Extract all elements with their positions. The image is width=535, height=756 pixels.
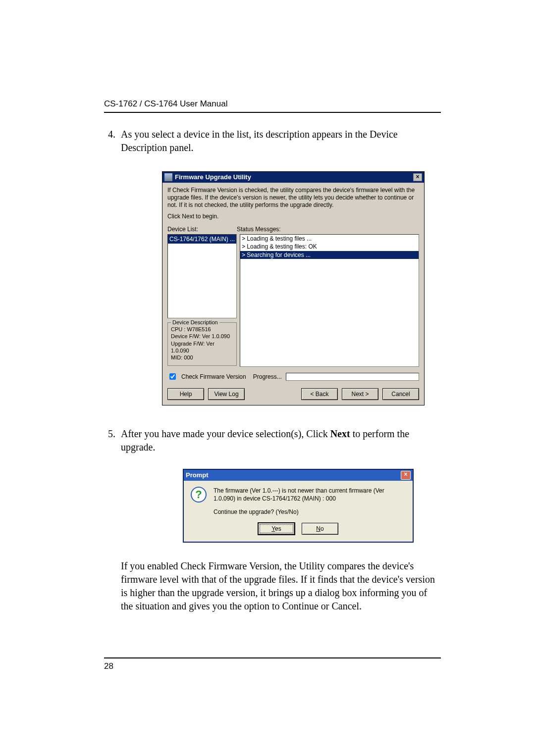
status-line: > Loading & testing files: OK <box>240 243 419 251</box>
device-description-panel: Device Description CPU : W78E516 Device … <box>167 322 237 365</box>
window-title: Firmware Upgrade Utility <box>175 173 413 182</box>
progress-label: Progress... <box>253 373 282 381</box>
step-4-text: As you select a device in the list, its … <box>121 129 398 153</box>
yes-button-rest: es <box>275 525 281 532</box>
controls-row: Check Firmware Version Progress... <box>167 372 419 381</box>
back-button[interactable]: < Back <box>301 388 338 400</box>
window-client: If Check Firmware Version is checked, th… <box>162 183 424 405</box>
prompt-dialog: Prompt × ? The firmware (Ver 1.0.---) is… <box>183 469 414 543</box>
firmware-upgrade-window: Firmware Upgrade Utility × If Check Firm… <box>162 171 425 405</box>
prompt-body: ? The firmware (Ver 1.0.---) is not newe… <box>184 481 413 523</box>
footer-rule <box>104 657 441 658</box>
desc-upgrade-fw: Upgrade F/W: Ver 1.0.090 <box>171 340 233 354</box>
cancel-button[interactable]: Cancel <box>382 388 419 400</box>
step-5-paragraph: If you enabled Check Firmware Version, t… <box>121 559 441 613</box>
status-line: > Loading & testing files ... <box>240 235 419 243</box>
check-firmware-version-checkbox[interactable] <box>169 373 176 380</box>
window-titlebar: Firmware Upgrade Utility × <box>162 172 424 183</box>
app-icon <box>164 173 172 181</box>
figure-prompt-dialog: Prompt × ? The firmware (Ver 1.0.---) is… <box>156 469 441 543</box>
no-button[interactable]: No <box>302 523 338 535</box>
close-icon[interactable]: × <box>413 173 422 181</box>
instructions-1: If Check Firmware Version is checked, th… <box>167 187 419 209</box>
prompt-titlebar: Prompt × <box>184 470 413 481</box>
step-5-text-pre: After you have made your device selectio… <box>121 428 330 439</box>
check-firmware-version-label: Check Firmware Version <box>181 373 246 381</box>
panel-labels: Device List: Status Messges: <box>167 225 419 233</box>
yes-button[interactable]: Yes <box>258 523 295 535</box>
view-log-button[interactable]: View Log <box>208 388 245 400</box>
desc-mid: MID: 000 <box>171 354 233 361</box>
page-number: 28 <box>104 661 441 671</box>
progress-bar <box>286 373 419 381</box>
instructions-2: Click Next to begin. <box>167 213 419 220</box>
running-header: CS-1762 / CS-1764 User Manual <box>104 99 441 109</box>
main-panels: CS-1764/1762 (MAIN) ... Device Descripti… <box>167 234 419 367</box>
prompt-line-2: Continue the upgrade? (Yes/No) <box>214 508 406 516</box>
prompt-title: Prompt <box>186 471 401 480</box>
device-column: CS-1764/1762 (MAIN) ... Device Descripti… <box>167 234 237 367</box>
question-icon: ? <box>191 487 207 503</box>
status-messages-box[interactable]: > Loading & testing files ... > Loading … <box>240 234 419 367</box>
close-icon[interactable]: × <box>401 471 411 480</box>
header-rule <box>104 112 441 113</box>
step-4: As you select a device in the list, its … <box>118 128 441 405</box>
desc-cpu: CPU : W78E516 <box>171 326 233 333</box>
help-button[interactable]: Help <box>167 388 204 400</box>
prompt-text: The firmware (Ver 1.0.---) is not newer … <box>214 487 406 516</box>
device-listbox[interactable]: CS-1764/1762 (MAIN) ... <box>167 234 237 318</box>
prompt-line-1: The firmware (Ver 1.0.---) is not newer … <box>214 487 406 503</box>
next-button[interactable]: Next > <box>342 388 378 400</box>
label-status-messages: Status Messges: <box>237 225 281 233</box>
device-list-selected[interactable]: CS-1764/1762 (MAIN) ... <box>168 235 236 244</box>
manual-page: CS-1762 / CS-1764 User Manual As you sel… <box>0 0 535 756</box>
step-list: As you select a device in the list, its … <box>104 128 441 613</box>
step-5: After you have made your device selectio… <box>118 427 441 613</box>
device-description-legend: Device Description <box>171 319 219 326</box>
prompt-buttons: Yes No <box>184 523 413 542</box>
no-button-rest: o <box>321 525 324 532</box>
status-line-selected: > Searching for devices ... <box>240 251 419 259</box>
figure-firmware-utility: Firmware Upgrade Utility × If Check Firm… <box>146 171 441 405</box>
label-device-list: Device List: <box>167 225 237 233</box>
step-5-bold: Next <box>330 428 350 439</box>
desc-device-fw: Device F/W: Ver 1.0.090 <box>171 333 233 340</box>
button-row: Help View Log < Back Next > Cancel <box>167 388 419 400</box>
